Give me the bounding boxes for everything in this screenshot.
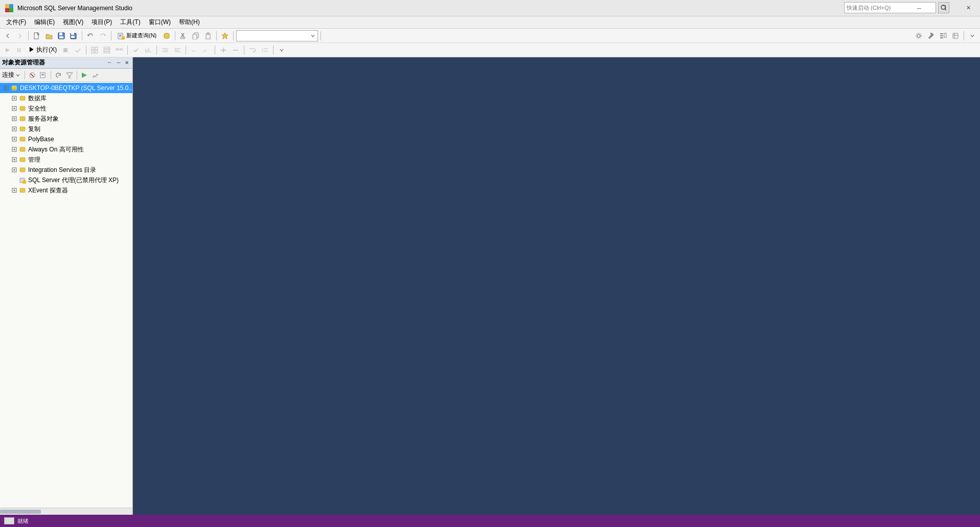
tree-node-server[interactable]: DESKTOP-0BEQTKP (SQL Server 15.0... — [0, 83, 132, 93]
tb2-check[interactable] — [72, 45, 83, 56]
toolbar-separator-4 — [175, 31, 175, 40]
tb2-line-numbers[interactable]: 12 — [259, 45, 270, 56]
tb2-btn1[interactable] — [2, 45, 13, 56]
database-selector[interactable] — [236, 30, 318, 41]
tb2-statistics[interactable] — [143, 45, 154, 56]
close-button[interactable]: ✕ — [956, 0, 980, 16]
open-file-button[interactable] — [43, 30, 55, 41]
oe-filter-button[interactable] — [64, 70, 75, 80]
tree-node-sql-agent[interactable]: ! SQL Server 代理(已禁用代理 XP) — [0, 175, 132, 185]
forward-button[interactable] — [14, 30, 26, 41]
menu-project[interactable]: 项目(P) — [87, 17, 116, 28]
menu-edit[interactable]: 编辑(E) — [30, 17, 59, 28]
oe-header-buttons: ↔ ─ ✕ — [107, 59, 130, 67]
svg-text:+: + — [123, 36, 124, 39]
tb2-uncomment[interactable]: // — [201, 45, 212, 56]
menu-view[interactable]: 视图(V) — [59, 17, 87, 28]
svg-rect-1 — [9, 4, 13, 8]
oe-pin-button[interactable]: ─ — [115, 59, 122, 67]
integration-services-expander[interactable] — [10, 166, 18, 174]
tree-node-integration-services[interactable]: Integration Services 目录 — [0, 165, 132, 175]
tb2-word-wrap[interactable] — [247, 45, 258, 56]
menu-help[interactable]: 帮助(H) — [175, 17, 204, 28]
oe-close-button[interactable]: ✕ — [123, 59, 130, 67]
svg-rect-3 — [9, 8, 13, 12]
back-button[interactable] — [2, 30, 13, 41]
toolbar2-separator-4 — [186, 46, 186, 55]
tb2-plan[interactable] — [113, 45, 125, 56]
oe-new-query-button[interactable] — [38, 70, 49, 80]
properties-button[interactable] — [938, 30, 949, 41]
tb2-unindent[interactable] — [172, 45, 183, 56]
tree-node-polybase[interactable]: PolyBase — [0, 134, 132, 144]
bookmark-pin-button[interactable] — [219, 30, 231, 41]
tb2-results[interactable] — [101, 45, 112, 56]
databases-expander[interactable] — [10, 94, 18, 102]
toolbar-separator-3 — [111, 31, 111, 40]
restore-button[interactable]: ❐ — [932, 0, 955, 16]
save-button[interactable] — [56, 30, 67, 41]
tb2-stop[interactable] — [60, 45, 71, 56]
tb2-zoom-in[interactable] — [218, 45, 229, 56]
svg-text:--: -- — [192, 47, 196, 53]
replication-icon — [18, 125, 27, 133]
security-expander[interactable] — [10, 104, 18, 113]
svg-rect-31 — [940, 35, 943, 36]
tree-node-replication[interactable]: 复制 — [0, 124, 132, 134]
svg-rect-44 — [104, 47, 110, 49]
polybase-expander[interactable] — [10, 135, 18, 143]
server-objects-expander[interactable] — [10, 115, 18, 123]
tree-node-server-objects[interactable]: 服务器对象 — [0, 114, 132, 124]
paste-button[interactable] — [202, 30, 214, 41]
app-title: Microsoft SQL Server Management Studio — [17, 5, 976, 12]
tb2-down-arrow[interactable] — [276, 45, 287, 56]
tree-node-databases[interactable]: 数据库 — [0, 93, 132, 103]
redo-button[interactable] — [97, 30, 108, 41]
tree-node-always-on[interactable]: Always On 高可用性 — [0, 144, 132, 155]
oe-reports-button[interactable] — [90, 70, 101, 80]
tree-node-security[interactable]: 安全性 — [0, 103, 132, 114]
xevent-expander[interactable] — [10, 186, 18, 194]
save-all-button[interactable] — [68, 30, 79, 41]
wrench-button[interactable] — [925, 30, 937, 41]
oe-horizontal-scrollbar[interactable] — [0, 508, 132, 515]
menu-window[interactable]: 窗口(W) — [145, 17, 175, 28]
oe-hscroll-thumb[interactable] — [0, 510, 41, 514]
svg-text://: // — [203, 49, 206, 53]
tb2-zoom-out[interactable] — [230, 45, 241, 56]
execute-label[interactable]: ▶ 执行(X) — [27, 46, 59, 54]
menu-tools[interactable]: 工具(T) — [116, 17, 144, 28]
management-expander[interactable] — [10, 156, 18, 164]
tb2-comment[interactable]: -- — [189, 45, 200, 56]
toolbar-separator-2 — [82, 31, 82, 40]
copy-button[interactable] — [190, 30, 201, 41]
new-file-button[interactable] — [31, 30, 42, 41]
minimize-button[interactable]: ─ — [907, 0, 931, 16]
svg-rect-30 — [940, 33, 943, 34]
cut-button[interactable] — [178, 30, 189, 41]
extra-button[interactable] — [950, 30, 961, 41]
oe-refresh-button[interactable] — [53, 70, 63, 80]
down-arrow-button[interactable] — [967, 30, 978, 41]
always-on-expander[interactable] — [10, 145, 18, 153]
replication-expander[interactable] — [10, 125, 18, 133]
tb2-indent[interactable] — [159, 45, 171, 56]
status-text: 就绪 — [17, 517, 29, 525]
oe-hscroll-track[interactable] — [0, 509, 132, 514]
oe-disconnect-button[interactable] — [27, 70, 37, 80]
oe-start-ps-button[interactable] — [79, 70, 89, 80]
oe-tb-separator-3 — [77, 71, 77, 79]
database-backup-button[interactable] — [161, 30, 172, 41]
menu-file[interactable]: 文件(F) — [2, 17, 30, 28]
tree-node-management[interactable]: 管理 — [0, 155, 132, 165]
settings-button[interactable] — [913, 30, 924, 41]
tb2-include-actual[interactable] — [130, 45, 142, 56]
svg-rect-118 — [20, 188, 25, 192]
titlebar: Microsoft SQL Server Management Studio ─… — [0, 0, 980, 16]
server-expander[interactable] — [2, 84, 10, 92]
new-query-button[interactable]: + 新建查询(N) — [114, 30, 160, 41]
tb2-grid[interactable] — [89, 45, 100, 56]
tb2-btn2[interactable] — [14, 45, 26, 56]
tree-node-xevent[interactable]: XEvent 探查器 — [0, 185, 132, 195]
undo-button[interactable] — [85, 30, 96, 41]
